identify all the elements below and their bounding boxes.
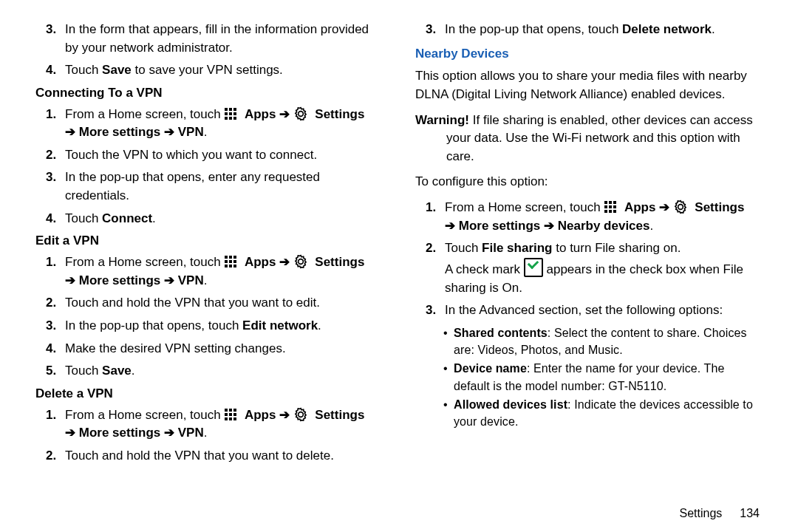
settings-label: Settings [315,107,364,121]
bold-text: Save [102,63,132,77]
bullet-item: •Device name: Enter the name for your de… [454,360,763,394]
bullet-item: •Shared contents: Select the content to … [454,324,763,358]
list-item: 1. From a Home screen, touch Apps ➔ Sett… [65,406,383,443]
arrow-icon: ➔ [279,107,290,121]
arrow-icon: ➔ [544,219,554,233]
list-item: 3.In the pop-up that opens, touch Delete… [445,21,763,39]
manual-page: 3. In the form that appears, fill in the… [0,0,798,532]
arrow-icon: ➔ [164,426,174,440]
bullet-item: •Allowed devices list: Indicate the devi… [454,396,763,430]
list-item: 2.Touch and hold the VPN that you want t… [65,294,383,313]
footer-page-number: 134 [740,507,760,519]
bullet-icon: • [443,324,448,341]
list-item: 2. Touch File sharing to turn File shari… [445,239,763,297]
gear-icon [293,254,308,269]
item-number: 4. [46,61,56,80]
apps-icon [224,408,237,421]
arrow-icon: ➔ [65,125,75,139]
bullet-icon: • [443,360,448,377]
item-number: 1. [46,106,56,124]
list-item: 4.Make the desired VPN setting changes. [65,340,383,358]
arrow-icon: ➔ [659,200,669,214]
list-item: 4.Touch Connect. [65,210,383,228]
list-item: 5.Touch Save. [65,362,383,381]
arrow-icon: ➔ [279,255,290,269]
apps-label: Apps [245,107,276,121]
right-column: 3.In the pop-up that opens, touch Delete… [415,21,763,520]
list-item: 1. From a Home screen, touch Apps ➔ Sett… [445,199,763,235]
page-footer: Settings134 [679,505,760,522]
list-item: 3.In the pop-up that opens, touch Edit n… [65,317,383,335]
item-text: In the form that appears, fill in the in… [65,22,369,55]
item-text: Touch [65,63,102,77]
list-item: 1. From a Home screen, touch Apps ➔ Sett… [65,106,383,142]
gear-icon [673,200,688,214]
paragraph: To configure this option: [415,173,763,191]
paragraph: This option allows you to share your med… [415,67,763,103]
arrow-icon: ➔ [65,273,75,287]
list-item: 2.Touch and hold the VPN that you want t… [65,447,383,466]
section-nearby-devices: Nearby Devices [415,45,763,64]
bullet-icon: • [443,396,448,413]
warning-block: Warning! If file sharing is enabled, oth… [446,112,763,166]
list-item: 1. From a Home screen, touch Apps ➔ Sett… [65,253,383,290]
left-column: 3. In the form that appears, fill in the… [35,21,383,520]
subheading-connecting: Connecting To a VPN [35,84,383,103]
gear-icon [293,407,308,422]
list-item: 3.In the Advanced section, set the follo… [445,301,763,320]
arrow-icon: ➔ [445,219,455,233]
warning-label: Warning! [415,113,469,127]
arrow-icon: ➔ [279,408,290,422]
checkmark-icon [524,258,543,277]
apps-icon [604,200,617,214]
list-item: 3. In the form that appears, fill in the… [65,21,383,57]
gear-icon [293,106,308,121]
subheading-edit: Edit a VPN [35,232,383,250]
apps-icon [224,255,237,268]
footer-section-label: Settings [679,507,722,519]
arrow-icon: ➔ [164,125,174,139]
apps-icon [224,107,237,120]
subheading-delete: Delete a VPN [35,385,383,403]
item-number: 3. [46,21,56,39]
list-item: 2.Touch the VPN to which you want to con… [65,146,383,165]
arrow-icon: ➔ [65,426,75,440]
arrow-icon: ➔ [164,273,174,287]
list-item: 4. Touch Save to save your VPN settings. [65,61,383,80]
list-item: 3.In the pop-up that opens, enter any re… [65,168,383,205]
